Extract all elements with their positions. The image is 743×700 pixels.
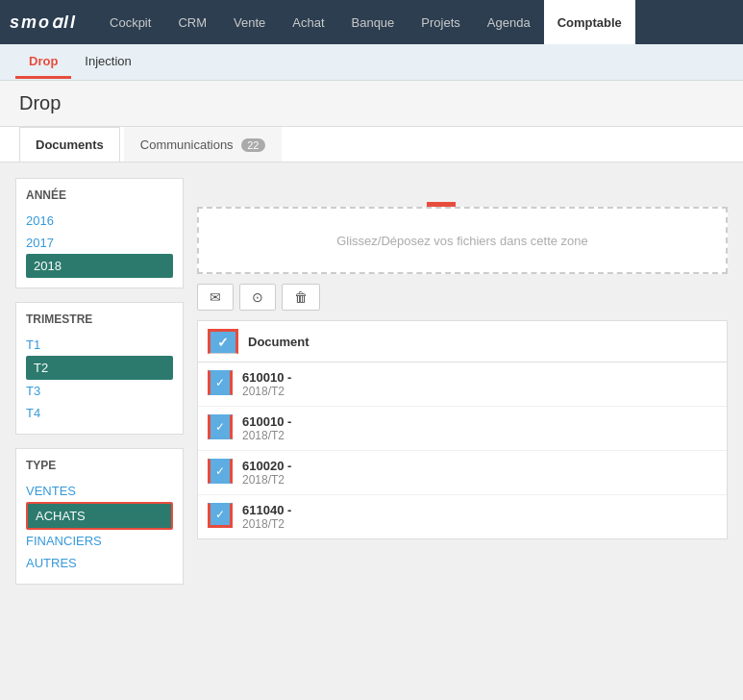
trimestre-t2[interactable]: T2 — [26, 356, 173, 380]
nav-comptable[interactable]: Comptable — [544, 0, 635, 44]
table-header-row: ✓ Document — [198, 321, 727, 362]
row-1-name: 610010 - — [242, 370, 717, 385]
row-4-checkbox[interactable]: ✓ — [208, 503, 233, 528]
nav-vente[interactable]: Vente — [220, 0, 279, 44]
trimestre-filter-section: Trimestre T1 T2 T3 T4 — [15, 302, 184, 435]
row-3-sub: 2018/T2 — [242, 473, 717, 487]
tabs-bar: Documents Communications 22 — [0, 127, 743, 162]
type-filter-title: Type — [26, 459, 173, 472]
trash-button[interactable]: 🗑 — [282, 284, 320, 311]
annee-filter-title: Année — [26, 188, 173, 202]
right-panel: Glissez/Déposez vos fichiers dans cette … — [197, 178, 728, 700]
sub-navigation: Drop Injection — [0, 44, 743, 81]
nav-achat[interactable]: Achat — [279, 0, 337, 44]
toolbar: ✉ ⊙ 🗑 — [197, 284, 728, 311]
communications-badge: 22 — [241, 138, 264, 152]
type-ventes[interactable]: VENTES — [26, 480, 173, 502]
clock-button[interactable]: ⊙ — [239, 284, 276, 311]
nav-banque[interactable]: Banque — [338, 0, 409, 44]
row-4-name: 611040 - — [242, 503, 717, 517]
row-1-sub: 2018/T2 — [242, 385, 717, 398]
type-autres[interactable]: AUTRES — [26, 552, 173, 574]
app-logo: smoɑll — [10, 12, 77, 33]
document-column-header: Document — [248, 335, 310, 349]
trimestre-t3[interactable]: T3 — [26, 380, 173, 402]
row-1-checkbox[interactable]: ✓ — [208, 370, 233, 395]
main-content: Année 2016 2017 2018 Trimestre T1 T2 T3 … — [0, 162, 743, 700]
nav-cockpit[interactable]: Cockpit — [96, 0, 164, 44]
table-row: ✓ 610010 - 2018/T2 — [198, 362, 727, 407]
nav-items: Cockpit CRM Vente Achat Banque Projets A… — [96, 0, 733, 44]
annee-filter-section: Année 2016 2017 2018 — [15, 178, 184, 288]
table-row: ✓ 610020 - 2018/T2 — [198, 451, 727, 495]
drop-zone-wrapper: Glissez/Déposez vos fichiers dans cette … — [197, 207, 728, 274]
row-3-name: 610020 - — [242, 459, 717, 473]
row-4-sub: 2018/T2 — [242, 517, 717, 531]
page-title-bar: Drop — [0, 81, 743, 127]
trimestre-t1[interactable]: T1 — [26, 334, 173, 356]
row-2-checkbox[interactable]: ✓ — [208, 414, 233, 439]
table-row: ✓ 611040 - 2018/T2 — [198, 495, 727, 538]
trimestre-filter-title: Trimestre — [26, 312, 173, 326]
row-3-checkbox[interactable]: ✓ — [208, 459, 233, 484]
table-row: ✓ 610010 - 2018/T2 — [198, 407, 727, 451]
page-title: Drop — [19, 92, 724, 114]
top-navigation: smoɑll Cockpit CRM Vente Achat Banque Pr… — [0, 0, 743, 44]
row-2-sub: 2018/T2 — [242, 429, 717, 442]
tab-documents[interactable]: Documents — [19, 127, 120, 162]
header-checkbox[interactable]: ✓ — [208, 329, 238, 354]
drop-zone[interactable]: Glissez/Déposez vos fichiers dans cette … — [197, 207, 728, 274]
drop-zone-text: Glissez/Déposez vos fichiers dans cette … — [336, 234, 588, 248]
annee-2016[interactable]: 2016 — [26, 210, 173, 232]
subnav-drop[interactable]: Drop — [15, 46, 71, 79]
documents-table: ✓ Document ✓ 610010 - 2018/T2 ✓ 6 — [197, 320, 728, 539]
subnav-injection[interactable]: Injection — [71, 46, 144, 79]
annee-2017[interactable]: 2017 — [26, 232, 173, 254]
annee-2018[interactable]: 2018 — [26, 254, 173, 278]
sidebar-filters: Année 2016 2017 2018 Trimestre T1 T2 T3 … — [15, 178, 184, 700]
trimestre-t4[interactable]: T4 — [26, 402, 173, 424]
type-achats[interactable]: ACHATS — [26, 502, 173, 530]
row-2-name: 610010 - — [242, 414, 717, 429]
nav-projets[interactable]: Projets — [408, 0, 473, 44]
type-financiers[interactable]: FINANCIERS — [26, 530, 173, 552]
nav-crm[interactable]: CRM — [164, 0, 220, 44]
type-filter-section: Type VENTES ACHATS FINANCIERS AUTRES — [15, 448, 184, 585]
email-button[interactable]: ✉ — [197, 284, 234, 311]
tab-communications[interactable]: Communications 22 — [124, 127, 282, 162]
nav-agenda[interactable]: Agenda — [474, 0, 544, 44]
